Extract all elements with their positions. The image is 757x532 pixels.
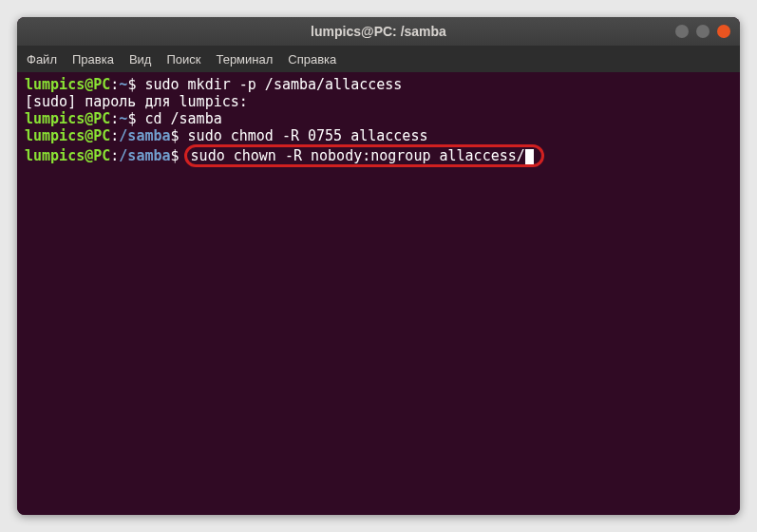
prompt-symbol: $ <box>127 76 136 93</box>
terminal-line: lumpics@PC:/samba$ sudo chown -R nobody:… <box>25 144 732 167</box>
terminal-window: lumpics@PC: /samba Файл Правка Вид Поиск… <box>17 17 740 515</box>
menu-help[interactable]: Справка <box>288 52 336 66</box>
terminal-line: lumpics@PC:~$ sudo mkdir -p /samba/allac… <box>25 76 732 93</box>
prompt-user: lumpics@PC <box>25 127 110 144</box>
terminal-body[interactable]: lumpics@PC:~$ sudo mkdir -p /samba/allac… <box>17 72 740 515</box>
command-text: sudo chown -R nobody:nogroup allaccess/ <box>191 147 525 164</box>
maximize-button[interactable] <box>696 25 710 38</box>
prompt-sep: : <box>110 147 119 164</box>
terminal-line: lumpics@PC:~$ cd /samba <box>25 110 732 127</box>
cursor-icon <box>525 149 534 164</box>
command-text: sudo chmod -R 0755 allaccess <box>188 127 428 144</box>
prompt-sep: : <box>110 127 119 144</box>
prompt-sep: : <box>110 76 119 93</box>
menu-terminal[interactable]: Терминал <box>216 52 273 66</box>
menu-edit[interactable]: Правка <box>72 52 114 66</box>
prompt-symbol: $ <box>171 147 180 164</box>
terminal-output: [sudo] пароль для lumpics: <box>25 93 732 110</box>
prompt-user: lumpics@PC <box>25 147 110 164</box>
window-title: lumpics@PC: /samba <box>311 24 446 39</box>
menu-search[interactable]: Поиск <box>166 52 200 66</box>
terminal-line: lumpics@PC:/samba$ sudo chmod -R 0755 al… <box>25 127 732 144</box>
window-controls <box>675 25 730 38</box>
prompt-user: lumpics@PC <box>25 76 110 93</box>
minimize-button[interactable] <box>675 25 689 38</box>
highlight-annotation: sudo chown -R nobody:nogroup allaccess/ <box>184 144 544 167</box>
menu-view[interactable]: Вид <box>129 52 152 66</box>
menu-file[interactable]: Файл <box>27 52 57 66</box>
close-button[interactable] <box>717 25 730 38</box>
titlebar: lumpics@PC: /samba <box>17 17 740 46</box>
command-text: cd /samba <box>144 110 221 127</box>
command-text: sudo mkdir -p /samba/allaccess <box>144 76 402 93</box>
prompt-symbol: $ <box>171 127 180 144</box>
prompt-path: /samba <box>119 127 170 144</box>
menubar: Файл Правка Вид Поиск Терминал Справка <box>17 46 740 72</box>
prompt-user: lumpics@PC <box>25 110 110 127</box>
prompt-symbol: $ <box>127 110 136 127</box>
prompt-path: /samba <box>119 147 170 164</box>
prompt-sep: : <box>110 110 119 127</box>
